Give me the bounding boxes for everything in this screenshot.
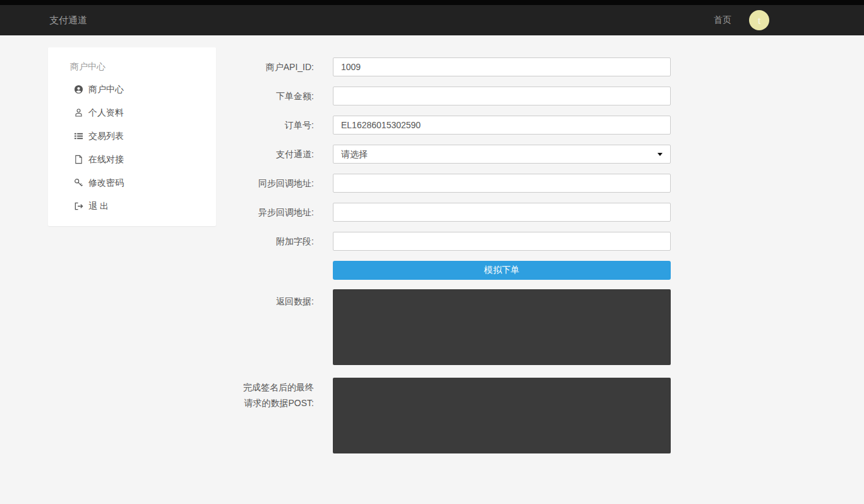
key-icon xyxy=(74,178,83,188)
extra-field-input[interactable] xyxy=(333,232,671,251)
payment-channel-select[interactable]: 请选择 xyxy=(333,145,671,164)
file-icon xyxy=(74,155,83,164)
sidebar-item-label: 商户中心 xyxy=(88,84,124,95)
sidebar-item-label: 交易列表 xyxy=(88,131,124,142)
sync-callback-label: 同步回调地址: xyxy=(240,174,314,193)
sidebar-item-logout[interactable]: 退 出 xyxy=(48,195,216,218)
sidebar-item-label: 在线对接 xyxy=(88,154,124,165)
navbar: 支付通道 首页 t xyxy=(0,5,864,35)
list-icon xyxy=(74,131,83,141)
order-number-input[interactable] xyxy=(333,116,671,135)
sidebar-item-label: 修改密码 xyxy=(88,177,124,189)
order-number-label: 订单号: xyxy=(240,116,314,135)
signed-post-area[interactable] xyxy=(333,378,671,453)
sidebar-item-label: 退 出 xyxy=(88,201,109,212)
sidebar-item-online-integration[interactable]: 在线对接 xyxy=(48,148,216,171)
async-callback-label: 异步回调地址: xyxy=(240,203,314,222)
navbar-right: 首页 t xyxy=(714,10,769,30)
sidebar-header: 商户中心 xyxy=(48,47,216,78)
top-strip xyxy=(0,0,864,5)
person-icon xyxy=(74,108,83,117)
sidebar-item-label: 个人资料 xyxy=(88,107,124,119)
response-data-label: 返回数据: xyxy=(240,289,314,311)
simulate-order-button[interactable]: 模拟下单 xyxy=(333,261,671,280)
payment-channel-label: 支付通道: xyxy=(240,145,314,164)
signed-post-label: 完成签名后的最终请求的数据POST: xyxy=(240,380,314,411)
navbar-brand[interactable]: 支付通道 xyxy=(49,15,87,27)
sidebar-item-change-password[interactable]: 修改密码 xyxy=(48,171,216,195)
merchant-api-id-input[interactable] xyxy=(333,57,671,76)
extra-field-label: 附加字段: xyxy=(240,232,314,251)
merchant-api-id-label: 商户API_ID: xyxy=(240,57,314,76)
payment-channel-select-wrap: 请选择 xyxy=(333,145,671,164)
sync-callback-input[interactable] xyxy=(333,174,671,193)
user-avatar[interactable]: t xyxy=(749,10,769,30)
sign-out-icon xyxy=(74,201,83,211)
nav-home-link[interactable]: 首页 xyxy=(714,15,731,26)
page: 支付通道 首页 t 商户中心 商户中心 个人资料 交易列表 xyxy=(0,0,864,504)
sidebar-item-transactions[interactable]: 交易列表 xyxy=(48,124,216,148)
order-amount-label: 下单金额: xyxy=(240,87,314,105)
sidebar-item-profile[interactable]: 个人资料 xyxy=(48,101,216,124)
async-callback-input[interactable] xyxy=(333,203,671,222)
user-circle-icon xyxy=(74,85,83,94)
response-data-area[interactable] xyxy=(333,289,671,365)
order-amount-input[interactable] xyxy=(333,87,671,105)
sidebar-item-merchant-center[interactable]: 商户中心 xyxy=(48,78,216,101)
sidebar: 商户中心 商户中心 个人资料 交易列表 在线对接 xyxy=(48,47,216,226)
